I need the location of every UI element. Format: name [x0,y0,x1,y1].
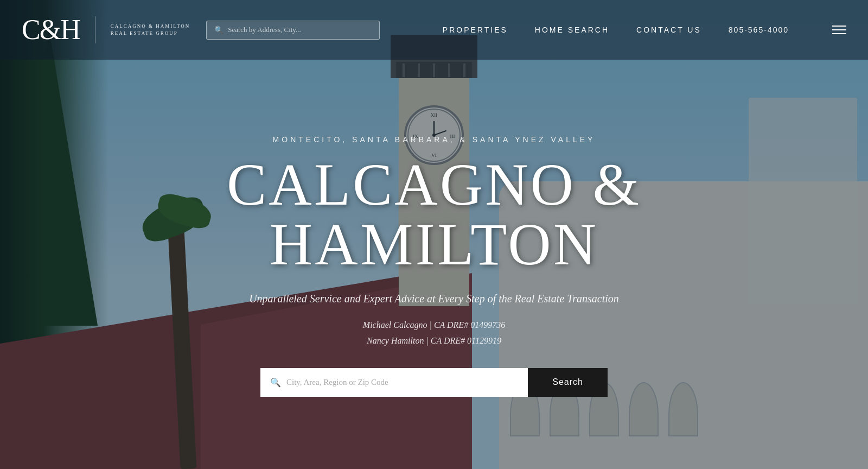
agent2: Nancy Hamilton | CA DRE# 01129919 [190,333,678,349]
hamburger-line-1 [832,26,846,27]
agent-info: Michael Calcagno | CA DRE# 01499736 Nanc… [190,318,678,349]
logo-line1: CALCAGNO & HAMILTON [111,23,190,30]
hero-search-input[interactable] [286,368,518,397]
hero-search-button[interactable]: Search [528,368,608,397]
logo-divider [95,16,95,43]
hero-title: CALCAGNO & HAMILTON [190,155,678,274]
hero-content: MONTECITO, SANTA BARBARA, & SANTA YNEZ V… [190,135,678,397]
nav-link-properties[interactable]: PROPERTIES [443,26,508,34]
logo-line2: REAL ESTATE GROUP [111,30,190,37]
nav-phone: 805-565-4000 [729,26,789,34]
logo-ch-text: C&H [22,16,80,44]
logo-text-block: CALCAGNO & HAMILTON REAL ESTATE GROUP [111,23,190,36]
nav-links: PROPERTIES HOME SEARCH CONTACT US 805-56… [443,26,846,34]
hero-tagline: Unparalleled Service and Expert Advice a… [190,290,678,307]
nav-link-contact[interactable]: CONTACT US [636,26,701,34]
nav-search-bar[interactable]: 🔍 [206,21,380,40]
nav-search-input[interactable] [228,26,372,34]
hero-title-line2: HAMILTON [270,211,599,277]
hero-section: XII III VI IX C&H CALCAGNO & HA [0,0,868,469]
hero-title-line1: CALCAGNO & [227,151,641,218]
hero-search-icon: 🔍 [270,377,281,388]
agent1: Michael Calcagno | CA DRE# 01499736 [190,318,678,333]
hero-subtitle: MONTECITO, SANTA BARBARA, & SANTA YNEZ V… [190,135,678,144]
nav-search-icon: 🔍 [214,26,224,35]
hamburger-menu[interactable] [832,26,846,34]
hamburger-line-2 [832,29,846,30]
nav-link-home-search[interactable]: HOME SEARCH [535,26,609,34]
navbar: C&H CALCAGNO & HAMILTON REAL ESTATE GROU… [0,0,868,60]
hamburger-line-3 [832,33,846,34]
hero-search-section: 🔍 Search [260,368,608,397]
logo-link[interactable]: C&H CALCAGNO & HAMILTON REAL ESTATE GROU… [22,16,190,44]
hero-search-input-wrap[interactable]: 🔍 [260,368,528,397]
